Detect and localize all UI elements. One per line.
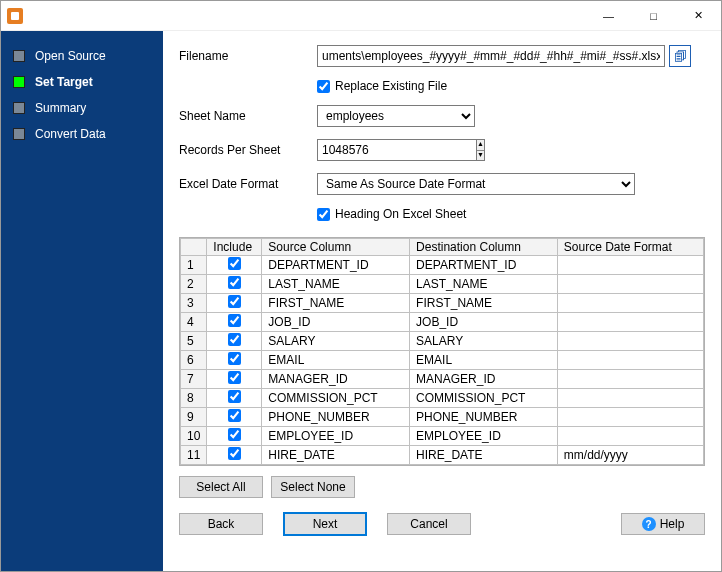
- include-checkbox[interactable]: [228, 371, 241, 384]
- include-checkbox[interactable]: [228, 409, 241, 422]
- source-column-cell[interactable]: COMMISSION_PCT: [262, 389, 410, 408]
- spinner-down-button[interactable]: ▼: [477, 151, 484, 161]
- include-cell[interactable]: [207, 332, 262, 351]
- col-header-source[interactable]: Source Column: [262, 239, 410, 256]
- source-column-cell[interactable]: HIRE_DATE: [262, 446, 410, 465]
- destination-column-cell[interactable]: FIRST_NAME: [410, 294, 558, 313]
- heading-on-sheet-checkbox[interactable]: [317, 208, 330, 221]
- source-date-format-cell[interactable]: [557, 351, 703, 370]
- source-column-cell[interactable]: MANAGER_ID: [262, 370, 410, 389]
- destination-column-cell[interactable]: JOB_ID: [410, 313, 558, 332]
- table-row[interactable]: 10EMPLOYEE_IDEMPLOYEE_ID: [181, 427, 704, 446]
- include-cell[interactable]: [207, 351, 262, 370]
- destination-column-cell[interactable]: MANAGER_ID: [410, 370, 558, 389]
- destination-column-cell[interactable]: PHONE_NUMBER: [410, 408, 558, 427]
- source-date-format-cell[interactable]: [557, 370, 703, 389]
- source-date-format-cell[interactable]: [557, 332, 703, 351]
- include-cell[interactable]: [207, 389, 262, 408]
- help-button[interactable]: ? Help: [621, 513, 705, 535]
- source-column-cell[interactable]: PHONE_NUMBER: [262, 408, 410, 427]
- grid-corner: [181, 239, 207, 256]
- include-checkbox[interactable]: [228, 333, 241, 346]
- source-column-cell[interactable]: DEPARTMENT_ID: [262, 256, 410, 275]
- row-number: 7: [181, 370, 207, 389]
- table-row[interactable]: 11HIRE_DATEHIRE_DATEmm/dd/yyyy: [181, 446, 704, 465]
- include-cell[interactable]: [207, 408, 262, 427]
- excel-date-format-combo[interactable]: Same As Source Date Format: [317, 173, 635, 195]
- sidebar-item-label: Set Target: [35, 75, 93, 89]
- include-cell[interactable]: [207, 294, 262, 313]
- browse-button[interactable]: 🗐: [669, 45, 691, 67]
- help-icon: ?: [642, 517, 656, 531]
- include-checkbox[interactable]: [228, 447, 241, 460]
- table-row[interactable]: 4JOB_IDJOB_ID: [181, 313, 704, 332]
- col-header-date-format[interactable]: Source Date Format: [557, 239, 703, 256]
- source-column-cell[interactable]: LAST_NAME: [262, 275, 410, 294]
- source-date-format-cell[interactable]: [557, 389, 703, 408]
- table-row[interactable]: 6EMAILEMAIL: [181, 351, 704, 370]
- source-date-format-cell[interactable]: [557, 408, 703, 427]
- source-date-format-cell[interactable]: [557, 313, 703, 332]
- source-date-format-cell[interactable]: [557, 275, 703, 294]
- source-column-cell[interactable]: EMAIL: [262, 351, 410, 370]
- include-cell[interactable]: [207, 313, 262, 332]
- include-cell[interactable]: [207, 275, 262, 294]
- destination-column-cell[interactable]: LAST_NAME: [410, 275, 558, 294]
- table-row[interactable]: 9PHONE_NUMBERPHONE_NUMBER: [181, 408, 704, 427]
- spinner-up-button[interactable]: ▲: [477, 140, 484, 151]
- select-none-button[interactable]: Select None: [271, 476, 355, 498]
- destination-column-cell[interactable]: EMPLOYEE_ID: [410, 427, 558, 446]
- source-date-format-cell[interactable]: [557, 427, 703, 446]
- source-date-format-cell[interactable]: [557, 294, 703, 313]
- source-date-format-cell[interactable]: [557, 256, 703, 275]
- step-box-icon: [13, 76, 25, 88]
- close-button[interactable]: ✕: [676, 1, 721, 31]
- col-header-destination[interactable]: Destination Column: [410, 239, 558, 256]
- include-checkbox[interactable]: [228, 276, 241, 289]
- include-cell[interactable]: [207, 256, 262, 275]
- sidebar-item-open-source[interactable]: Open Source: [9, 43, 163, 69]
- row-number: 1: [181, 256, 207, 275]
- records-per-sheet-input[interactable]: [317, 139, 476, 161]
- maximize-button[interactable]: □: [631, 1, 676, 31]
- cancel-button[interactable]: Cancel: [387, 513, 471, 535]
- back-button[interactable]: Back: [179, 513, 263, 535]
- table-row[interactable]: 7MANAGER_IDMANAGER_ID: [181, 370, 704, 389]
- destination-column-cell[interactable]: HIRE_DATE: [410, 446, 558, 465]
- include-checkbox[interactable]: [228, 428, 241, 441]
- select-all-button[interactable]: Select All: [179, 476, 263, 498]
- destination-column-cell[interactable]: EMAIL: [410, 351, 558, 370]
- destination-column-cell[interactable]: SALARY: [410, 332, 558, 351]
- table-row[interactable]: 3FIRST_NAMEFIRST_NAME: [181, 294, 704, 313]
- filename-input[interactable]: [317, 45, 665, 67]
- include-checkbox[interactable]: [228, 257, 241, 270]
- include-checkbox[interactable]: [228, 295, 241, 308]
- table-row[interactable]: 8COMMISSION_PCTCOMMISSION_PCT: [181, 389, 704, 408]
- col-header-include[interactable]: Include: [207, 239, 262, 256]
- source-column-cell[interactable]: SALARY: [262, 332, 410, 351]
- include-cell[interactable]: [207, 370, 262, 389]
- main-panel: Filename 🗐 Replace Existing File Sheet N…: [163, 31, 721, 571]
- replace-existing-checkbox[interactable]: [317, 80, 330, 93]
- sidebar-item-set-target[interactable]: Set Target: [9, 69, 163, 95]
- next-button[interactable]: Next: [283, 512, 367, 536]
- table-row[interactable]: 2LAST_NAMELAST_NAME: [181, 275, 704, 294]
- sidebar-item-convert-data[interactable]: Convert Data: [9, 121, 163, 147]
- include-cell[interactable]: [207, 446, 262, 465]
- include-checkbox[interactable]: [228, 390, 241, 403]
- destination-column-cell[interactable]: DEPARTMENT_ID: [410, 256, 558, 275]
- source-column-cell[interactable]: JOB_ID: [262, 313, 410, 332]
- include-checkbox[interactable]: [228, 314, 241, 327]
- titlebar: ― □ ✕: [1, 1, 721, 31]
- source-column-cell[interactable]: EMPLOYEE_ID: [262, 427, 410, 446]
- destination-column-cell[interactable]: COMMISSION_PCT: [410, 389, 558, 408]
- sheet-name-combo[interactable]: employees: [317, 105, 475, 127]
- table-row[interactable]: 5SALARYSALARY: [181, 332, 704, 351]
- table-row[interactable]: 1DEPARTMENT_IDDEPARTMENT_ID: [181, 256, 704, 275]
- minimize-button[interactable]: ―: [586, 1, 631, 31]
- source-column-cell[interactable]: FIRST_NAME: [262, 294, 410, 313]
- source-date-format-cell[interactable]: mm/dd/yyyy: [557, 446, 703, 465]
- sidebar-item-summary[interactable]: Summary: [9, 95, 163, 121]
- include-cell[interactable]: [207, 427, 262, 446]
- include-checkbox[interactable]: [228, 352, 241, 365]
